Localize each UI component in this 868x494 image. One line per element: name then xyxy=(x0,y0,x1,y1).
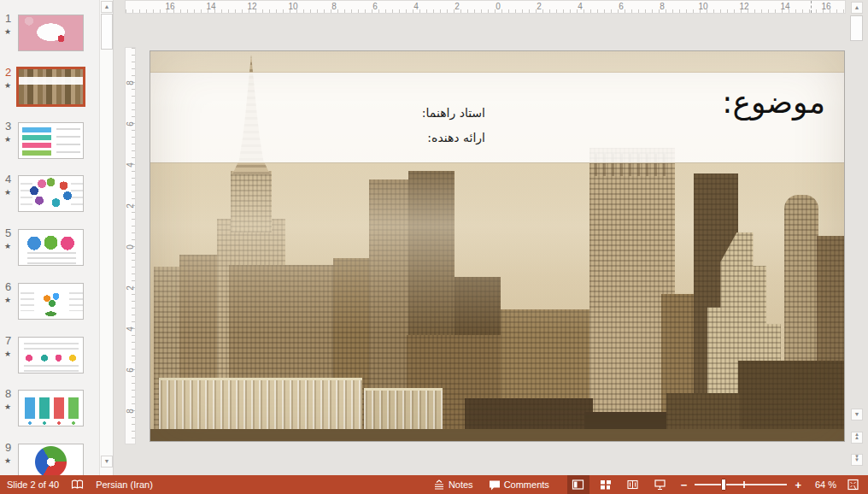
slide-number: 9 xyxy=(5,441,11,454)
zoom-in-button[interactable]: + xyxy=(792,479,804,491)
animation-star-icon[interactable]: ★ xyxy=(4,27,11,36)
comments-icon xyxy=(489,479,501,491)
slide-thumbnail-row-8[interactable]: 8★ xyxy=(0,390,113,432)
ruler-tick-label: 2 xyxy=(126,285,135,291)
zoom-slider-thumb[interactable] xyxy=(721,479,726,491)
notes-button[interactable]: Notes xyxy=(429,475,478,494)
slide-thumbnail-row-5[interactable]: 5★ xyxy=(0,229,113,272)
reading-view-icon xyxy=(626,479,639,491)
ruler-tick-label: 2 xyxy=(537,2,542,11)
animation-star-icon[interactable]: ★ xyxy=(4,188,11,197)
slide-thumbnail-image[interactable] xyxy=(18,444,84,475)
slide-thumbnail-image[interactable] xyxy=(18,337,84,373)
main-scrollbar[interactable]: ▲ ▼ ▲▲ ▼▼ xyxy=(850,0,864,475)
zoom-level[interactable]: 64 % xyxy=(807,479,836,490)
slide-thumbnail-image[interactable] xyxy=(16,67,85,107)
animation-star-icon[interactable]: ★ xyxy=(4,135,11,144)
slide-thumbnail-row-6[interactable]: 6★ xyxy=(0,283,113,326)
fit-to-window-icon xyxy=(847,479,859,491)
credits-textbox[interactable]: استاد راهنما: ارائه دهنده: xyxy=(422,101,485,150)
ruler-tick-label: 0 xyxy=(126,244,135,250)
main-scrollbar-thumb[interactable] xyxy=(850,15,863,41)
slide-number: 2 xyxy=(5,66,11,79)
slide-thumbnail-row-7[interactable]: 7★ xyxy=(0,337,113,379)
animation-star-icon[interactable]: ★ xyxy=(4,242,11,250)
ruler-tick-label: 16 xyxy=(165,2,174,11)
scroll-down-icon[interactable]: ▼ xyxy=(101,456,113,468)
slide-counter[interactable]: Slide 2 of 40 xyxy=(7,479,59,490)
next-slide-button[interactable]: ▼▼ xyxy=(851,454,863,466)
vertical-ruler: 864202468 xyxy=(125,47,136,444)
slide-thumbnail-image[interactable] xyxy=(18,390,84,426)
supervisor-line: استاد راهنما: xyxy=(422,101,485,126)
status-bar: Slide 2 of 40 Persian (Iran) Notes Comme… xyxy=(0,475,868,494)
ruler-tick-label: 6 xyxy=(126,368,135,373)
animation-star-icon[interactable]: ★ xyxy=(4,296,11,304)
scroll-up-icon[interactable]: ▲ xyxy=(101,1,113,13)
ruler-tick-label: 16 xyxy=(821,2,830,11)
slide-number: 6 xyxy=(5,280,11,293)
ruler-tick-label: 8 xyxy=(126,80,135,85)
ruler-tick-label: 12 xyxy=(739,2,748,11)
thumbnail-scrollbar-thumb[interactable] xyxy=(101,14,113,50)
animation-star-icon[interactable]: ★ xyxy=(4,456,11,465)
slide-thumbnail-row-9[interactable]: 9★ xyxy=(0,444,113,475)
slide-thumbnail-row-4[interactable]: 4★ xyxy=(0,175,113,218)
zoom-slider[interactable] xyxy=(695,479,787,491)
ruler-tick-label: 4 xyxy=(126,326,135,332)
slide-sorter-view-button[interactable] xyxy=(595,475,617,494)
animation-star-icon[interactable]: ★ xyxy=(4,81,11,90)
ruler-tick-label: 6 xyxy=(372,2,378,11)
ruler-tick-label: 2 xyxy=(455,2,460,11)
slide-thumbnail-image[interactable] xyxy=(18,229,84,266)
reading-view-button[interactable] xyxy=(622,475,644,494)
language-indicator[interactable]: Persian (Iran) xyxy=(96,479,153,490)
ruler-tick-label: 6 xyxy=(619,2,624,11)
ruler-tick-label: 6 xyxy=(126,121,135,126)
ruler-margin-marker[interactable] xyxy=(811,1,812,13)
slide-canvas[interactable]: موضوع: استاد راهنما: ارائه دهنده: xyxy=(150,51,844,441)
slide-sorter-icon xyxy=(600,479,612,491)
slide-number: 5 xyxy=(5,226,11,239)
ruler-tick-label: 10 xyxy=(288,2,297,11)
presenter-line: ارائه دهنده: xyxy=(422,126,485,150)
thumbnail-panel-scrollbar[interactable]: ▲ ▼ xyxy=(99,0,113,475)
scroll-down-icon[interactable]: ▼ xyxy=(851,409,863,420)
slide-number: 7 xyxy=(5,334,11,347)
ruler-tick-label: 14 xyxy=(206,2,215,11)
slide-number: 8 xyxy=(5,387,11,400)
normal-view-icon xyxy=(572,479,584,491)
slide-thumbnail-image[interactable] xyxy=(18,175,84,212)
ruler-tick-label: 12 xyxy=(247,2,256,11)
slide-number: 1 xyxy=(5,12,11,25)
slide-thumbnail-row-2[interactable]: 2★ xyxy=(0,68,113,111)
ruler-tick-label: 0 xyxy=(496,2,501,11)
animation-star-icon[interactable]: ★ xyxy=(4,350,11,358)
scroll-up-icon[interactable]: ▲ xyxy=(851,2,863,14)
slide-thumbnail-image[interactable] xyxy=(18,122,84,159)
slide-number: 4 xyxy=(5,173,11,185)
previous-slide-button[interactable]: ▲▲ xyxy=(851,432,863,444)
ruler-tick-label: 14 xyxy=(780,2,789,11)
ruler-tick-label: 10 xyxy=(698,2,707,11)
ruler-tick-label: 8 xyxy=(660,2,665,11)
horizontal-ruler: 1614121086420246810121416 xyxy=(125,0,846,14)
slide-thumbnail-row-3[interactable]: 3★ xyxy=(0,122,113,165)
zoom-out-button[interactable]: − xyxy=(678,479,690,491)
slide-thumbnail-image[interactable] xyxy=(18,15,84,51)
slide-title-textbox[interactable]: موضوع: xyxy=(722,84,825,121)
fit-to-window-button[interactable] xyxy=(842,475,864,494)
ruler-tick-label: 4 xyxy=(126,162,135,168)
ruler-tick-label: 2 xyxy=(126,203,135,209)
slideshow-view-button[interactable] xyxy=(649,475,672,494)
slide-thumbnail-image[interactable] xyxy=(18,283,84,320)
notes-icon xyxy=(433,479,445,491)
animation-star-icon[interactable]: ★ xyxy=(4,403,11,411)
slide-thumbnail-row-1[interactable]: 1★ xyxy=(0,15,113,57)
spellcheck-icon[interactable] xyxy=(71,479,84,491)
normal-view-button[interactable] xyxy=(567,475,589,494)
ruler-tick-label: 4 xyxy=(578,2,583,11)
comments-button[interactable]: Comments xyxy=(484,475,554,494)
slide-thumbnail-panel: 1★2★3★4★5★6★7★8★9★ xyxy=(0,0,114,475)
building-shape xyxy=(150,429,844,441)
